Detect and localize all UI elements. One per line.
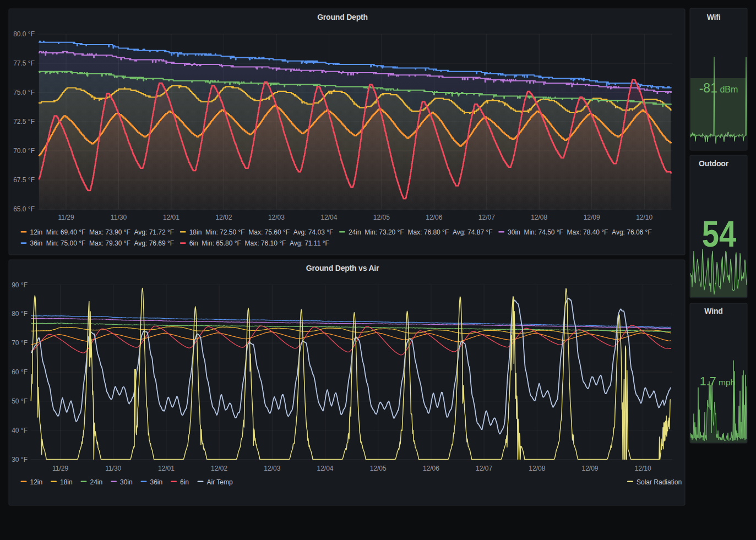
svg-text:12/10: 12/10 [636,214,652,221]
svg-text:30 °F: 30 °F [12,456,28,463]
svg-text:12/04: 12/04 [317,465,333,472]
svg-text:54: 54 [702,214,736,254]
svg-text:30in: 30in [120,478,133,486]
svg-text:Wind: Wind [704,307,722,315]
svg-text:12/06: 12/06 [423,465,439,472]
svg-text:67.5 °F: 67.5 °F [13,176,35,184]
svg-text:70 °F: 70 °F [12,339,28,347]
svg-text:50 °F: 50 °F [12,397,28,405]
svg-text:12/02: 12/02 [215,214,232,221]
svg-text:12/08: 12/08 [529,465,545,472]
svg-text:12in Min: 69.40 °F Max: 73.9: 12in Min: 69.40 °F Max: 73.90 °F Avg: 71… [30,228,175,236]
svg-text:36in Min: 75.00 °F Max: 79.3: 36in Min: 75.00 °F Max: 79.30 °F Avg: 76… [30,239,175,247]
svg-text:12/07: 12/07 [476,465,492,472]
svg-text:12/09: 12/09 [584,214,600,221]
svg-text:12in: 12in [30,478,43,486]
svg-text:12/09: 12/09 [581,465,598,472]
svg-text:24in Min: 73.20 °F Max: 76.8: 24in Min: 73.20 °F Max: 76.80 °F Avg: 74… [349,228,493,236]
svg-text:6in: 6in [180,478,189,486]
svg-text:11/29: 11/29 [52,465,68,472]
svg-text:75.0 °F: 75.0 °F [13,89,35,96]
svg-text:12/01: 12/01 [163,214,180,221]
svg-text:6in Min: 65.80 °F Max: 76.10: 6in Min: 65.80 °F Max: 76.10 °F Avg: 71.… [189,239,329,247]
svg-text:11/30: 11/30 [105,465,121,472]
svg-text:Air Temp: Air Temp [207,478,233,486]
svg-text:12/04: 12/04 [320,214,337,221]
svg-text:11/30: 11/30 [111,214,127,221]
svg-text:80.0 °F: 80.0 °F [13,30,35,38]
svg-text:12/05: 12/05 [370,465,387,472]
svg-text:12/10: 12/10 [635,465,651,472]
svg-text:36in: 36in [150,478,163,486]
svg-text:11/29: 11/29 [58,214,74,221]
svg-text:12/01: 12/01 [158,465,175,472]
svg-text:Wifi: Wifi [707,13,721,21]
svg-text:Solar Radiation: Solar Radiation [637,478,682,486]
svg-text:72.5 °F: 72.5 °F [13,118,35,126]
svg-text:12/03: 12/03 [268,214,285,221]
svg-text:18in Min: 72.50 °F Max: 75.6: 18in Min: 72.50 °F Max: 75.60 °F Avg: 74… [189,228,334,236]
svg-text:12/02: 12/02 [211,465,227,472]
svg-text:12/07: 12/07 [478,214,495,221]
svg-text:80 °F: 80 °F [12,310,28,318]
svg-text:70.0 °F: 70.0 °F [13,147,35,155]
svg-text:60 °F: 60 °F [12,368,28,376]
svg-text:65.0 °F: 65.0 °F [13,205,35,213]
svg-text:12/08: 12/08 [531,214,547,221]
svg-text:30in Min: 74.50 °F Max: 78.4: 30in Min: 74.50 °F Max: 78.40 °F Avg: 76… [508,228,652,236]
svg-text:12/06: 12/06 [426,214,442,221]
svg-text:40 °F: 40 °F [12,427,28,434]
svg-text:77.5 °F: 77.5 °F [13,59,35,67]
svg-text:24in: 24in [90,478,103,486]
svg-text:Ground Depth: Ground Depth [317,13,368,21]
svg-text:12/03: 12/03 [264,465,280,472]
svg-text:Ground Depth vs Air: Ground Depth vs Air [306,264,379,272]
svg-text:18in: 18in [60,478,73,486]
svg-text:Outdoor: Outdoor [699,159,729,168]
svg-text:12/05: 12/05 [373,214,390,221]
svg-text:90 °F: 90 °F [12,281,28,289]
